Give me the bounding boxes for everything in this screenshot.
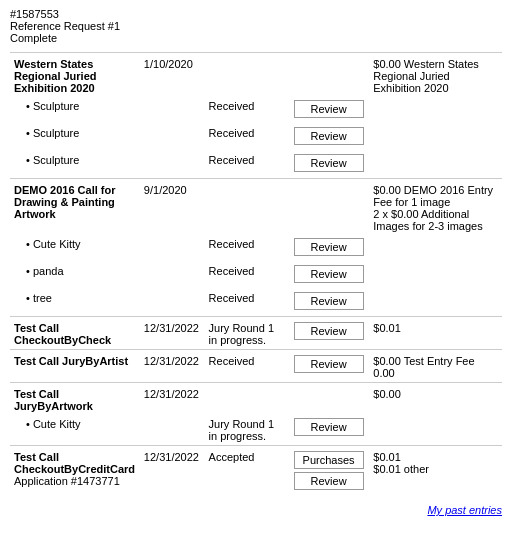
table-row: Sculpture Received Review — [10, 151, 502, 179]
review-button[interactable]: Review — [294, 292, 364, 310]
table-row: Test Call CheckoutByCheck 12/31/2022 Jur… — [10, 317, 502, 350]
table-row: Cute Kitty Jury Round 1 in progress. Rev… — [10, 415, 502, 446]
table-row: Test Call JuryByArtist 12/31/2022 Receiv… — [10, 350, 502, 383]
review-button[interactable]: Review — [294, 322, 364, 340]
entries-table: Western States Regional Juried Exhibitio… — [10, 52, 502, 496]
footer: My past entries — [10, 504, 502, 516]
review-button[interactable]: Review — [294, 238, 364, 256]
table-row: tree Received Review — [10, 289, 502, 317]
header-id: #1587553 — [10, 8, 502, 20]
review-button[interactable]: Review — [294, 472, 364, 490]
table-row: Test Call CheckoutByCreditCard Applicati… — [10, 446, 502, 497]
past-entries-link[interactable]: My past entries — [427, 504, 502, 516]
header-status: Complete — [10, 32, 502, 44]
review-button[interactable]: Review — [294, 265, 364, 283]
table-row: Sculpture Received Review — [10, 124, 502, 151]
call-name: Western States Regional Juried Exhibitio… — [10, 53, 140, 98]
header-reference: Reference Request #1 — [10, 20, 502, 32]
review-button[interactable]: Review — [294, 154, 364, 172]
review-button[interactable]: Review — [294, 418, 364, 436]
table-row: Test Call JuryByArtwork 12/31/2022 $0.00 — [10, 383, 502, 416]
table-row: panda Received Review — [10, 262, 502, 289]
header: #1587553 Reference Request #1 Complete — [10, 8, 502, 44]
application-number: Application #1473771 — [14, 475, 120, 487]
purchases-button[interactable]: Purchases — [294, 451, 364, 469]
table-row: DEMO 2016 Call for Drawing & Painting Ar… — [10, 179, 502, 236]
review-button[interactable]: Review — [294, 355, 364, 373]
review-button[interactable]: Review — [294, 127, 364, 145]
table-row: Cute Kitty Received Review — [10, 235, 502, 262]
table-row: Western States Regional Juried Exhibitio… — [10, 53, 502, 98]
table-row: Sculpture Received Review — [10, 97, 502, 124]
review-button[interactable]: Review — [294, 100, 364, 118]
